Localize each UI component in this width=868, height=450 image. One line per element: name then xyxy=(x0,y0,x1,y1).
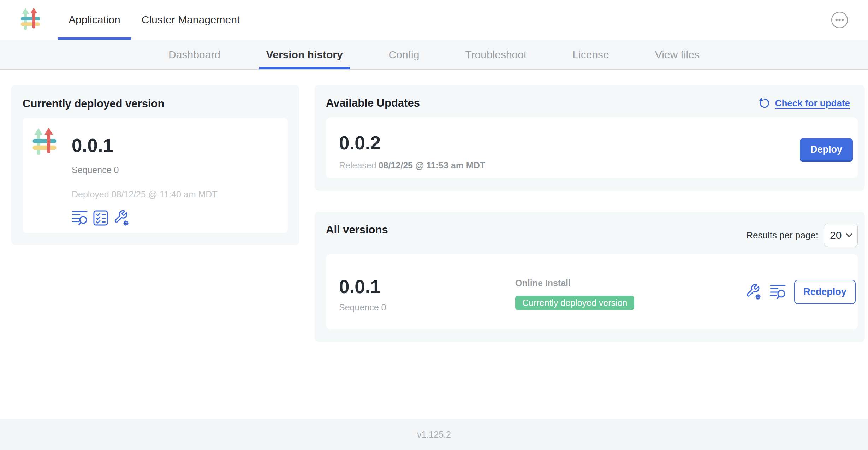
results-per-page-select[interactable]: 20 xyxy=(824,224,858,247)
sub-nav: Dashboard Version history Config Trouble… xyxy=(0,40,868,70)
refresh-icon xyxy=(758,97,771,109)
diff-icon[interactable] xyxy=(72,209,88,226)
tab-cluster-management-label: Cluster Management xyxy=(142,14,240,26)
chevron-down-icon xyxy=(846,233,852,238)
currently-deployed-title: Currently deployed version xyxy=(23,97,288,110)
all-versions-section: All versions Results per page: 20 0.0.1 … xyxy=(315,212,865,342)
tab-application-label: Application xyxy=(69,14,120,26)
config-icon[interactable] xyxy=(745,283,762,300)
deployed-timestamp: Deployed 08/12/25 @ 11:40 am MDT xyxy=(72,190,218,199)
redeploy-button[interactable]: Redeploy xyxy=(794,280,856,304)
tab-troubleshoot[interactable]: Troubleshoot xyxy=(458,40,534,69)
top-nav: Application Cluster Management xyxy=(0,0,868,40)
config-icon[interactable] xyxy=(113,209,130,226)
tab-dashboard[interactable]: Dashboard xyxy=(161,40,227,69)
update-version-number: 0.0.2 xyxy=(339,133,485,153)
right-column: Available Updates Check for update 0.0.2… xyxy=(315,85,865,419)
available-updates-title: Available Updates xyxy=(326,97,420,109)
primary-tabs: Application Cluster Management xyxy=(58,0,250,40)
released-timestamp: Released08/12/25 @ 11:53 am MDT xyxy=(339,161,485,170)
currently-deployed-section: Currently deployed version 0.0.1 Sequenc… xyxy=(11,85,299,245)
check-for-update-link[interactable]: Check for update xyxy=(758,97,850,109)
results-per-page-value: 20 xyxy=(830,229,842,241)
ellipsis-menu-button[interactable] xyxy=(831,11,848,29)
tab-config[interactable]: Config xyxy=(382,40,427,69)
tab-cluster-management[interactable]: Cluster Management xyxy=(131,0,250,40)
deployed-version-details: 0.0.1 Sequence 0 Deployed 08/12/25 @ 11:… xyxy=(72,126,218,233)
app-logo-icon xyxy=(32,126,57,159)
available-updates-section: Available Updates Check for update 0.0.2… xyxy=(315,85,865,191)
main-content: Currently deployed version 0.0.1 Sequenc… xyxy=(0,70,868,419)
install-type-label: Online Install xyxy=(515,279,634,288)
currently-deployed-badge: Currently deployed version xyxy=(515,296,634,310)
results-per-page: Results per page: 20 xyxy=(746,224,858,247)
tab-application[interactable]: Application xyxy=(58,0,131,40)
version-row: 0.0.1 Sequence 0 Online Install Currentl… xyxy=(326,254,858,329)
tab-view-files[interactable]: View files xyxy=(648,40,707,69)
available-update-card: 0.0.2 Released08/12/25 @ 11:53 am MDT De… xyxy=(326,117,858,178)
preflight-checks-icon[interactable] xyxy=(93,210,108,226)
row-sequence-label: Sequence 0 xyxy=(339,303,515,312)
deployed-sequence-label: Sequence 0 xyxy=(72,166,218,174)
app-logo-icon xyxy=(20,8,41,32)
deployed-version-number: 0.0.1 xyxy=(72,135,218,156)
tab-license[interactable]: License xyxy=(565,40,616,69)
row-version-number: 0.0.1 xyxy=(339,277,515,297)
footer: v1.125.2 xyxy=(0,419,868,450)
ellipsis-circle-icon xyxy=(831,11,848,29)
results-per-page-label: Results per page: xyxy=(746,230,818,241)
all-versions-title: All versions xyxy=(326,224,388,236)
tab-version-history[interactable]: Version history xyxy=(259,40,350,69)
console-version: v1.125.2 xyxy=(417,430,451,440)
diff-icon[interactable] xyxy=(770,283,786,300)
deployed-actions xyxy=(72,209,218,226)
check-for-update-label: Check for update xyxy=(775,98,850,109)
deploy-button[interactable]: Deploy xyxy=(800,138,853,160)
deployed-version-card: 0.0.1 Sequence 0 Deployed 08/12/25 @ 11:… xyxy=(23,118,288,233)
